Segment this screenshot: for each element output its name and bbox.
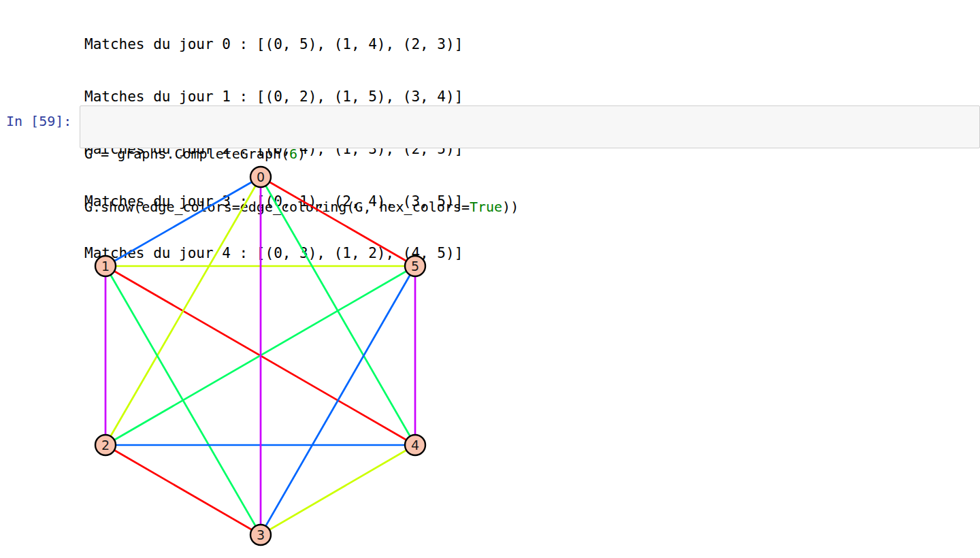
complete-graph-k6: 012345: [0, 155, 476, 558]
graph-node-label-4: 4: [411, 438, 419, 453]
graph-node-label-3: 3: [257, 527, 265, 542]
graph-edge-2-3: [105, 445, 261, 535]
cell-input-prompt: In [59]:: [6, 113, 71, 129]
graph-edge-3-5: [261, 266, 415, 535]
graph-edge-3-4: [261, 445, 415, 535]
graph-edge-0-5: [261, 177, 415, 266]
output-line: Matches du jour 0 : [(0, 5), (1, 4), (2,…: [84, 36, 463, 54]
output-line: Matches du jour 1 : [(0, 2), (1, 5), (3,…: [84, 88, 463, 106]
graph-node-label-2: 2: [101, 438, 110, 453]
graph-edge-0-2: [105, 177, 261, 445]
graph-edge-0-1: [105, 177, 261, 266]
graph-node-label-0: 0: [257, 169, 265, 184]
code-text: )): [502, 199, 519, 215]
graph-plot-output: 012345: [0, 155, 476, 558]
graph-node-label-1: 1: [101, 259, 110, 274]
code-cell-input[interactable]: G = graphs.CompleteGraph(6) G.show(edge_…: [80, 105, 980, 148]
graph-node-label-5: 5: [411, 259, 419, 274]
